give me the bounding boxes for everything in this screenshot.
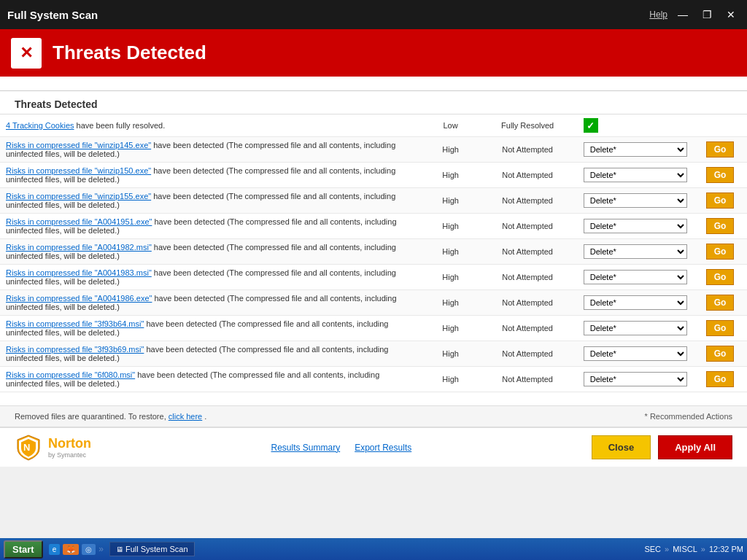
browser2-icon[interactable]: ◎: [82, 544, 96, 555]
help-link[interactable]: Help: [649, 9, 667, 20]
quarantine-link[interactable]: click here: [169, 412, 202, 421]
threat-link[interactable]: Risks in compressed file "winzip145.exe": [6, 141, 151, 149]
threat-description: Risks in compressed file "6f080.msi" hav…: [0, 367, 424, 392]
threat-go-cell: Go: [693, 367, 747, 392]
action-select[interactable]: Delete*: [584, 245, 686, 258]
threat-action-cell: Delete*: [578, 367, 693, 392]
threat-action-cell: Delete*: [578, 265, 693, 290]
threat-link[interactable]: Risks in compressed file "A0041983.msi": [6, 268, 152, 277]
apply-all-button[interactable]: Apply All: [658, 435, 732, 459]
action-select[interactable]: Delete*: [584, 296, 686, 309]
close-window-button[interactable]: ✕: [722, 7, 740, 22]
start-button[interactable]: Start: [4, 540, 43, 559]
threat-link[interactable]: Risks in compressed file "3f93b69.msi": [6, 345, 144, 354]
action-dropdown[interactable]: Delete*: [584, 168, 687, 182]
go-button[interactable]: Go: [706, 269, 735, 285]
threat-severity: High: [424, 163, 478, 188]
threat-link[interactable]: Risks in compressed file "3f93b64.msi": [6, 319, 144, 328]
action-dropdown[interactable]: Delete*: [584, 346, 687, 361]
threat-action-cell: ✓: [578, 114, 693, 137]
threat-status: Not Attempted: [478, 316, 578, 341]
table-row: Risks in compressed file "A0041951.exe" …: [0, 214, 747, 239]
threat-severity: High: [424, 367, 478, 392]
taskbar-active-window[interactable]: 🖥 Full System Scan: [109, 542, 195, 556]
action-select[interactable]: Delete*: [584, 194, 686, 207]
firefox-icon[interactable]: 🦊: [63, 544, 79, 555]
bottom-links: Results Summary Export Results: [271, 443, 412, 453]
threat-description: Risks in compressed file "A0041986.exe" …: [0, 290, 424, 316]
go-button[interactable]: Go: [706, 244, 735, 260]
title-bar: Full System Scan Help — ❐ ✕: [0, 0, 747, 29]
threat-status: Fully Resolved: [478, 114, 578, 137]
threat-status: Not Attempted: [478, 341, 578, 367]
threat-description: Risks in compressed file "A0041951.exe" …: [0, 214, 424, 239]
threat-action-cell: Delete*: [578, 239, 693, 265]
action-dropdown[interactable]: Delete*: [584, 142, 687, 157]
threat-go-cell: Go: [693, 265, 747, 290]
threats-table: 4 Tracking Cookies have been fully resol…: [0, 114, 747, 392]
threats-x-icon: ✕: [11, 38, 42, 69]
threat-description: Risks in compressed file "winzip155.exe"…: [0, 188, 424, 214]
go-button[interactable]: Go: [706, 167, 735, 183]
threat-go-cell: [693, 114, 747, 137]
go-button[interactable]: Go: [706, 371, 735, 387]
threat-go-cell: Go: [693, 316, 747, 341]
norton-shield-icon: N: [15, 434, 42, 462]
action-select[interactable]: Delete*: [584, 271, 686, 284]
results-summary-link[interactable]: Results Summary: [271, 443, 341, 453]
close-button[interactable]: Close: [592, 435, 651, 459]
threat-link[interactable]: Risks in compressed file "winzip150.exe": [6, 166, 151, 175]
action-dropdown[interactable]: Delete*: [584, 372, 687, 386]
action-select[interactable]: Delete*: [584, 219, 686, 233]
taskbar-quick-launch: e 🦊 ◎ »: [49, 544, 104, 555]
threat-severity: High: [424, 290, 478, 316]
action-dropdown[interactable]: Delete*: [584, 193, 687, 208]
threat-action-cell: Delete*: [578, 188, 693, 214]
go-button[interactable]: Go: [706, 192, 735, 209]
threat-status: Not Attempted: [478, 367, 578, 392]
threat-severity: High: [424, 316, 478, 341]
action-select[interactable]: Delete*: [584, 322, 686, 335]
threat-link[interactable]: Risks in compressed file "6f080.msi": [6, 370, 135, 379]
threat-description: 4 Tracking Cookies have been fully resol…: [0, 114, 424, 137]
threat-link[interactable]: Risks in compressed file "A0041982.msi": [6, 243, 152, 252]
action-select[interactable]: Delete*: [584, 143, 686, 156]
export-results-link[interactable]: Export Results: [355, 443, 411, 453]
threat-link[interactable]: Risks in compressed file "winzip155.exe": [6, 192, 151, 201]
bottom-bar: N Norton by Symantec Results Summary Exp…: [0, 427, 747, 467]
recommended-note: * Recommended Actions: [645, 412, 732, 421]
action-dropdown[interactable]: Delete*: [584, 244, 687, 259]
go-button[interactable]: Go: [706, 320, 735, 336]
threat-action-cell: Delete*: [578, 290, 693, 316]
threat-severity: High: [424, 341, 478, 367]
action-dropdown[interactable]: Delete*: [584, 321, 687, 335]
threat-action-cell: Delete*: [578, 316, 693, 341]
minimize-button[interactable]: —: [673, 7, 692, 22]
restore-button[interactable]: ❐: [698, 7, 716, 22]
action-select[interactable]: Delete*: [584, 168, 686, 182]
threat-description: Risks in compressed file "3f93b64.msi" h…: [0, 316, 424, 341]
taskbar: Start e 🦊 ◎ » 🖥 Full System Scan SEC » M…: [0, 538, 747, 560]
norton-text: Norton by Symantec: [48, 436, 91, 459]
threat-link[interactable]: 4 Tracking Cookies: [6, 121, 74, 130]
table-row: Risks in compressed file "3f93b69.msi" h…: [0, 341, 747, 367]
threat-link[interactable]: Risks in compressed file "A0041986.exe": [6, 294, 152, 303]
threat-status: Not Attempted: [478, 188, 578, 214]
threat-link[interactable]: Risks in compressed file "A0041951.exe": [6, 217, 152, 226]
action-select[interactable]: Delete*: [584, 373, 686, 386]
action-dropdown[interactable]: Delete*: [584, 270, 687, 284]
action-select[interactable]: Delete*: [584, 347, 686, 360]
go-button[interactable]: Go: [706, 346, 735, 362]
window-title: Full System Scan: [7, 9, 98, 21]
section-title: Threats Detected: [0, 91, 747, 114]
table-row: Risks in compressed file "winzip145.exe"…: [0, 137, 747, 163]
tray-miscl: MISCL: [673, 545, 697, 553]
threats-table-area[interactable]: 4 Tracking Cookies have been fully resol…: [0, 114, 747, 405]
tray-sec: SEC: [644, 545, 661, 553]
go-button[interactable]: Go: [706, 218, 735, 234]
action-dropdown[interactable]: Delete*: [584, 295, 687, 310]
go-button[interactable]: Go: [706, 141, 735, 158]
ie-icon[interactable]: e: [49, 544, 61, 555]
go-button[interactable]: Go: [706, 295, 735, 311]
action-dropdown[interactable]: Delete*: [584, 219, 687, 233]
